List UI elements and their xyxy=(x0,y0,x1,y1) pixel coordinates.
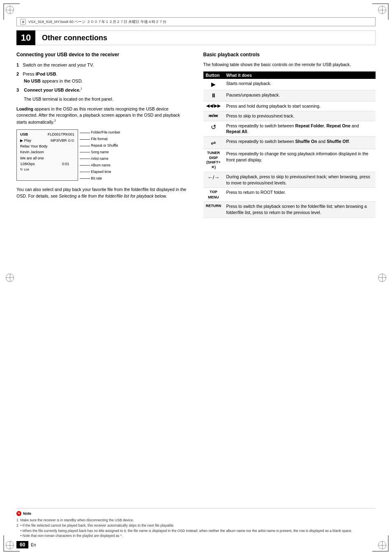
reg-mark-mr xyxy=(378,274,386,282)
osd-annotations: Folder/File number File format Repeat or… xyxy=(80,129,120,181)
ann-song-name: Song name xyxy=(90,150,109,155)
table-row: ←/→ During playback, press to skip to pr… xyxy=(203,172,376,187)
table-col2-header: What it does xyxy=(224,71,376,79)
btn-skip: ⏮/⏭ xyxy=(203,111,224,121)
chapter-badge: 10 xyxy=(16,30,35,45)
page-num-badge: 60 xyxy=(16,541,28,548)
note-item-2: 2 • If the file selected cannot be playe… xyxy=(16,523,174,527)
step-3: 3 Connect your USB device.1 xyxy=(16,87,189,94)
table-row: RETURN Press to switch the playback scre… xyxy=(203,202,376,217)
btn-top-menu: TOP MENU xyxy=(203,188,224,202)
table-col1-header: Button xyxy=(203,71,224,79)
step-1: 1 Switch on the receiver and your TV. xyxy=(16,62,189,69)
chapter-title: Other connections xyxy=(42,34,107,42)
desc-lr: During playback, press to skip to previo… xyxy=(224,172,376,187)
osd-line3: Relax Your Body xyxy=(20,143,48,149)
ann-folder-file: Folder/File number xyxy=(90,130,120,135)
btn-return: RETURN xyxy=(203,202,224,217)
step-3-body: The USB terminal is located on the front… xyxy=(24,96,189,103)
reg-mark-bl xyxy=(6,541,14,549)
osd-line6-right: 0:01 xyxy=(62,161,74,167)
desc-shuffle: Press repeatedly to switch between Shuff… xyxy=(224,137,376,149)
reg-mark-tr xyxy=(378,6,386,14)
left-section-heading: Connecting your USB device to the receiv… xyxy=(16,51,189,58)
ann-album-name: Album name xyxy=(90,163,111,168)
step-1-num: 1 xyxy=(16,62,21,67)
controls-table: Button What it does ▶ Starts normal play… xyxy=(203,71,376,218)
table-row: TUNERDISP(SHIFT+✕) Press repeatedly to c… xyxy=(203,149,376,172)
osd-line1-left: USB xyxy=(20,131,28,137)
file-header: ⊕ VSX_918_818_MY.book 60 ページ ２００７年１２月２７日… xyxy=(16,17,376,26)
table-row: ⏸ Pauses/unpauses playback. xyxy=(203,90,376,101)
step-3-num: 3 xyxy=(16,88,23,92)
right-column: Basic playback controls The following ta… xyxy=(201,51,376,514)
osd-line5: We are all one xyxy=(20,155,44,161)
ann-elapsed-time: Elapsed time xyxy=(90,170,111,175)
osd-line6-left: 128Kbps xyxy=(20,161,35,167)
desc-play: Starts normal playback. xyxy=(224,79,376,90)
btn-shuffle: ⇌ xyxy=(203,137,224,149)
desc-tuner-disp: Press repeatedly to change the song play… xyxy=(224,149,376,172)
note-text: 1 Make sure the receiver is in standby w… xyxy=(16,518,376,539)
desc-skip: Press to skip to previous/next track. xyxy=(224,111,376,121)
osd-line2-right: MP3/VBR ⊙⊙ xyxy=(51,138,74,143)
right-section-heading: Basic playback controls xyxy=(203,51,376,58)
btn-scan: ◀◀/▶▶ xyxy=(203,101,224,111)
step-2: 2 Press iPod USB. No USB appears in the … xyxy=(16,71,189,84)
chapter-title-bar: Other connections xyxy=(35,30,376,45)
note-label: Note xyxy=(23,511,31,517)
osd-list-btn: ↻ List xyxy=(20,167,29,173)
note-icon: N xyxy=(16,511,21,516)
note-section: N Note 1 Make sure the receiver is in st… xyxy=(16,508,376,539)
step-2-note: No USB appears in the OSD. xyxy=(24,78,83,83)
step-3-text: Connect your USB device.1 xyxy=(24,88,82,92)
desc-scan: Press and hold during playback to start … xyxy=(224,101,376,111)
loading-para: Loading appears in the OSD as this recei… xyxy=(16,106,189,126)
btn-pause: ⏸ xyxy=(203,90,224,101)
step-1-text: Switch on the receiver and your TV. xyxy=(23,62,94,67)
ann-artist-name: Artist name xyxy=(90,157,108,161)
table-row: ↺ Press repeatedly to switch between Rep… xyxy=(203,121,376,136)
table-row: ⇌ Press repeatedly to switch between Shu… xyxy=(203,137,376,149)
table-row: TOP MENU Press to return to ROOT folder. xyxy=(203,188,376,202)
note-item-1: 1 Make sure the receiver is in standby w… xyxy=(16,518,134,522)
desc-top-menu: Press to return to ROOT folder. xyxy=(224,188,376,202)
btn-play: ▶ xyxy=(203,79,224,90)
table-row: ⏮/⏭ Press to skip to previous/next track… xyxy=(203,111,376,121)
step-2-num: 2 xyxy=(16,71,21,76)
reg-mark-ml xyxy=(6,274,14,282)
left-column: Connecting your USB device to the receiv… xyxy=(16,51,193,514)
osd-diagram-wrapper: USB FLD001TRK001 ▶ Play MP3/VBR ⊙⊙ Relax… xyxy=(16,129,189,181)
desc-return: Press to switch the playback screen to t… xyxy=(224,202,376,217)
osd-line4: Kevin Jackson xyxy=(20,149,44,155)
osd-line1-right: FLD001TRK001 xyxy=(48,131,74,137)
note-item-4: • Note that non-roman characters in the … xyxy=(16,534,123,538)
btn-repeat: ↺ xyxy=(203,121,224,136)
table-row: ◀◀/▶▶ Press and hold during playback to … xyxy=(203,101,376,111)
table-row: ▶ Starts normal playback. xyxy=(203,79,376,90)
step-2-text: Press iPod USB. xyxy=(23,71,57,76)
btn-lr: ←/→ xyxy=(203,172,224,187)
note-item-3: • When the file currently being played b… xyxy=(16,529,352,533)
file-header-text: VSX_918_818_MY.book 60 ページ ２００７年１２月２７日 木… xyxy=(28,19,166,25)
note-header: N Note xyxy=(16,511,376,517)
reg-mark-br xyxy=(378,541,386,549)
ann-file-format: File format xyxy=(90,137,108,142)
desc-repeat: Press repeatedly to switch between Repea… xyxy=(224,121,376,136)
page-number-area: 60 En xyxy=(16,541,36,548)
page-lang: En xyxy=(31,543,36,547)
controls-intro: The following table shows the basic cont… xyxy=(203,62,376,68)
file-header-icon: ⊕ xyxy=(20,19,26,25)
footer-para: You can also select and play back your f… xyxy=(16,187,189,200)
reg-mark-tl xyxy=(6,6,14,14)
ann-repeat-shuffle: Repeat or Shuffle xyxy=(90,143,118,148)
desc-pause: Pauses/unpauses playback. xyxy=(224,90,376,101)
osd-box: USB FLD001TRK001 ▶ Play MP3/VBR ⊙⊙ Relax… xyxy=(16,129,78,181)
btn-tuner-disp: TUNERDISP(SHIFT+✕) xyxy=(203,149,224,172)
osd-line2-left: ▶ Play xyxy=(20,138,31,143)
ann-bit-rate: Bit rate xyxy=(90,176,102,181)
